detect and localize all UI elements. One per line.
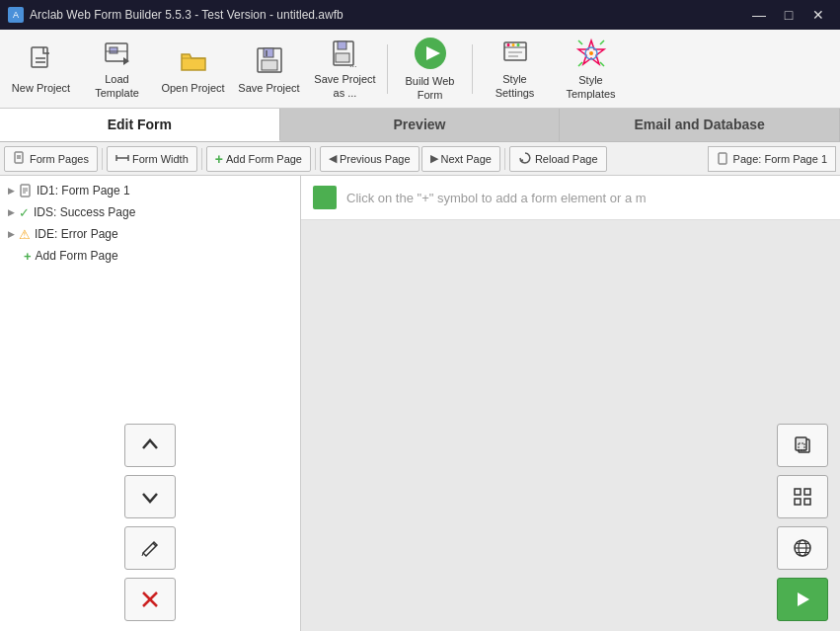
grid-button[interactable] — [777, 475, 828, 518]
svg-rect-8 — [264, 48, 273, 57]
svg-line-38 — [142, 553, 143, 556]
left-panel: ▶ ID1: Form Page 1 ▶ ✓ IDS: Success Page… — [0, 176, 301, 412]
copy-button[interactable] — [777, 424, 828, 467]
minimize-button[interactable]: — — [745, 4, 773, 26]
close-button[interactable]: ✕ — [804, 4, 832, 26]
move-up-button[interactable] — [124, 424, 176, 467]
svg-rect-45 — [795, 499, 801, 505]
svg-rect-44 — [804, 489, 810, 495]
form-pages-icon — [13, 151, 27, 167]
globe-icon — [792, 537, 813, 559]
svg-marker-6 — [123, 57, 129, 65]
svg-point-21 — [516, 43, 519, 46]
svg-rect-12 — [338, 41, 346, 49]
load-template-icon — [100, 38, 135, 69]
reload-page-label: Reload Page — [535, 153, 598, 165]
style-templates-icon — [573, 37, 609, 70]
title-bar-controls: — □ ✕ — [745, 4, 832, 26]
save-project-button[interactable]: Save Project — [232, 36, 306, 103]
page-indicator: Page: Form Page 1 — [708, 146, 836, 172]
copy-icon — [792, 434, 813, 456]
page-indicator-label: Page: Form Page 1 — [733, 153, 827, 165]
save-project-as-label: Save Project as ... — [313, 73, 377, 99]
edit-button[interactable] — [124, 526, 176, 570]
save-project-as-button[interactable]: ... Save Project as ... — [308, 36, 382, 103]
tree-item-add-form-page[interactable]: + Add Form Page — [4, 245, 296, 267]
success-page-label: IDS: Success Page — [34, 205, 135, 219]
left-actions — [0, 412, 301, 631]
open-project-label: Open Project — [161, 82, 224, 95]
preview-message-bar: Click on the "+" symbol to add a form el… — [301, 176, 840, 220]
add-form-page-tree-label: Add Form Page — [36, 249, 118, 263]
move-down-button[interactable] — [124, 475, 176, 518]
previous-page-label: Previous Page — [340, 153, 411, 165]
svg-rect-4 — [110, 47, 117, 53]
tab-preview[interactable]: Preview — [280, 109, 561, 141]
load-template-button[interactable]: Load Template — [80, 36, 154, 103]
tab-edit-form[interactable]: Edit Form — [0, 109, 280, 141]
form-toolbar-sep-2 — [201, 148, 202, 170]
right-panel: Click on the "+" symbol to add a form el… — [301, 176, 840, 412]
add-form-page-button[interactable]: + Add Form Page — [206, 146, 311, 172]
style-templates-button[interactable]: Style Templates — [554, 36, 628, 103]
title-bar-text: Arclab Web Form Builder 5.5.3 - Test Ver… — [30, 8, 344, 22]
tree-expand-icon-3: ▶ — [8, 229, 15, 239]
style-settings-icon — [497, 38, 533, 69]
globe-button[interactable] — [777, 526, 828, 570]
add-form-page-icon: + — [215, 151, 223, 167]
form-toolbar-sep-3 — [315, 148, 316, 170]
style-settings-button[interactable]: Style Settings — [478, 36, 552, 103]
bottom-layout — [0, 412, 840, 631]
down-arrow-icon — [139, 486, 161, 508]
tab-email-database[interactable]: Email and Database — [560, 109, 840, 141]
build-web-form-button[interactable]: Build Web Form — [393, 36, 467, 103]
svg-rect-43 — [795, 489, 801, 495]
svg-point-20 — [511, 43, 514, 46]
play-button[interactable] — [777, 578, 828, 621]
form-page-1-label: ID1: Form Page 1 — [37, 184, 130, 197]
open-project-icon — [176, 42, 211, 78]
form-pages-button[interactable]: Form Pages — [4, 146, 98, 172]
add-icon: + — [24, 249, 32, 264]
maximize-button[interactable]: □ — [775, 4, 802, 26]
app-icon: A — [8, 7, 24, 23]
content-wrapper: ▶ ID1: Form Page 1 ▶ ✓ IDS: Success Page… — [0, 176, 840, 631]
preview-message-text: Click on the "+" symbol to add a form el… — [346, 191, 647, 205]
form-toolbar-sep-4 — [504, 148, 505, 170]
form-width-label: Form Width — [132, 153, 189, 165]
build-web-form-icon — [413, 36, 448, 71]
delete-button[interactable] — [124, 578, 176, 621]
svg-rect-46 — [804, 499, 810, 505]
style-settings-label: Style Settings — [483, 73, 547, 99]
page-indicator-icon — [717, 152, 730, 166]
pencil-icon — [139, 537, 161, 559]
reload-page-button[interactable]: Reload Page — [509, 146, 607, 172]
reload-page-icon — [518, 151, 532, 167]
svg-point-19 — [506, 43, 509, 46]
previous-page-button[interactable]: ◀ Previous Page — [320, 146, 420, 172]
tree-item-success-page[interactable]: ▶ ✓ IDS: Success Page — [4, 201, 296, 223]
preview-canvas — [301, 220, 840, 412]
next-page-button[interactable]: ▶ Next Page — [421, 146, 500, 172]
tree-item-form-page-1[interactable]: ▶ ID1: Form Page 1 — [4, 180, 296, 201]
new-project-label: New Project — [12, 82, 70, 95]
new-project-button[interactable]: New Project — [4, 36, 78, 103]
tree-area: ▶ ID1: Form Page 1 ▶ ✓ IDS: Success Page… — [0, 176, 300, 412]
open-project-button[interactable]: Open Project — [156, 36, 230, 103]
tree-item-error-page[interactable]: ▶ ⚠ IDE: Error Page — [4, 223, 296, 245]
form-pages-label: Form Pages — [30, 153, 89, 165]
form-toolbar-sep-1 — [102, 148, 103, 170]
toolbar-separator-1 — [387, 44, 388, 94]
previous-page-icon: ◀ — [329, 152, 337, 165]
main-toolbar: New Project Load Template Open Project S… — [0, 30, 840, 109]
error-page-icon: ⚠ — [19, 227, 31, 242]
svg-text:...: ... — [349, 59, 357, 69]
right-actions — [301, 412, 840, 631]
up-arrow-icon — [139, 434, 161, 456]
form-width-button[interactable]: Form Width — [107, 146, 197, 172]
svg-point-25 — [589, 51, 593, 55]
style-templates-label: Style Templates — [559, 74, 623, 100]
tabs-row: Edit Form Preview Email and Database — [0, 109, 840, 142]
delete-icon — [139, 589, 161, 610]
tree-expand-icon: ▶ — [8, 186, 15, 196]
